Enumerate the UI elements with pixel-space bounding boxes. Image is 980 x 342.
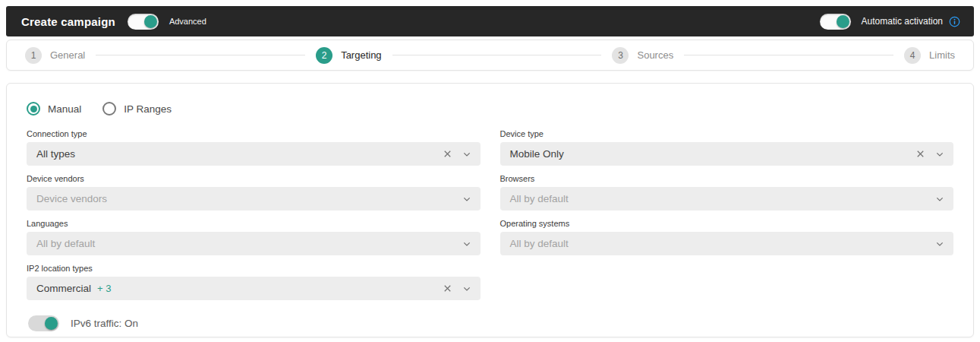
left-column: Connection type All types Device vendors… [27, 129, 481, 309]
select-icons [442, 283, 473, 295]
operating-systems-select[interactable]: All by default [500, 232, 954, 255]
select-icons [934, 193, 946, 205]
browsers-select[interactable]: All by default [500, 187, 954, 211]
targeting-form-card: Manual IP Ranges Connection type All typ… [6, 83, 974, 337]
fields-grid: Connection type All types Device vendors… [27, 129, 953, 309]
step-general[interactable]: 1 General [25, 47, 85, 64]
field-label: IP2 location types [27, 264, 481, 273]
step-label: Limits [929, 49, 955, 61]
radio-checked-icon [27, 102, 40, 116]
select-icons [442, 148, 473, 160]
placeholder-value: All by default [510, 193, 934, 204]
advanced-toggle[interactable] [128, 14, 159, 30]
placeholder-value: All by default [510, 238, 934, 249]
device-vendors-field: Device vendors Device vendors [27, 174, 481, 211]
page-title: Create campaign [21, 15, 115, 28]
step-label: Sources [637, 49, 673, 61]
header-left: Create campaign Advanced [21, 14, 206, 30]
step-targeting[interactable]: 2 Targeting [316, 47, 381, 64]
radio-unchecked-icon [102, 102, 116, 116]
radio-ip-ranges[interactable]: IP Ranges [102, 102, 172, 116]
selected-value: All types [36, 148, 442, 160]
ip2-location-types-select[interactable]: Commercial + 3 [27, 277, 481, 300]
field-label: Device type [500, 129, 954, 138]
targeting-mode-radios: Manual IP Ranges [27, 102, 953, 116]
toggle-knob [144, 15, 157, 28]
ipv6-toggle-row: IPv6 traffic: On [27, 315, 953, 331]
chevron-down-icon[interactable] [461, 193, 473, 205]
ipv6-toggle-label: IPv6 traffic: On [71, 318, 138, 329]
selected-value: Commercial [36, 283, 91, 294]
toggle-knob [45, 317, 58, 330]
step-number: 1 [25, 47, 42, 64]
select-icons [915, 148, 946, 160]
field-label: Connection type [27, 129, 481, 138]
languages-field: Languages All by default [27, 219, 481, 255]
select-icons [461, 193, 473, 205]
header-right: Automatic activation [820, 14, 960, 30]
ip2-location-types-field: IP2 location types Commercial + 3 [27, 264, 481, 300]
field-label: Operating systems [500, 219, 954, 228]
device-vendors-select[interactable]: Device vendors [27, 187, 481, 211]
radio-label: IP Ranges [124, 103, 172, 115]
header-bar: Create campaign Advanced Automatic activ… [6, 6, 974, 36]
chevron-down-icon[interactable] [461, 148, 473, 160]
clear-icon[interactable] [442, 148, 453, 160]
toggle-knob [837, 15, 849, 28]
step-label: General [50, 49, 85, 61]
step-label: Targeting [341, 49, 381, 61]
browsers-field: Browsers All by default [500, 174, 954, 211]
chevron-down-icon[interactable] [461, 283, 473, 295]
clear-icon[interactable] [442, 283, 453, 294]
step-limits[interactable]: 4 Limits [904, 47, 955, 64]
clear-icon[interactable] [915, 148, 926, 160]
step-connector [392, 55, 602, 55]
info-icon[interactable] [949, 16, 960, 27]
connection-type-select[interactable]: All types [27, 142, 481, 166]
selected-value: Mobile Only [510, 148, 915, 160]
device-type-field: Device type Mobile Only [500, 129, 954, 166]
chevron-down-icon[interactable] [934, 148, 946, 160]
placeholder-value: Device vendors [36, 193, 461, 204]
field-label: Languages [27, 219, 481, 228]
connection-type-field: Connection type All types [27, 129, 481, 166]
step-connector [684, 55, 893, 55]
chevron-down-icon[interactable] [461, 238, 473, 250]
select-icons [461, 238, 473, 250]
advanced-toggle-label: Advanced [169, 17, 206, 26]
stepper: 1 General 2 Targeting 3 Sources 4 Limits [6, 40, 974, 71]
device-type-select[interactable]: Mobile Only [500, 142, 954, 166]
step-number: 2 [316, 47, 332, 64]
select-icons [934, 238, 946, 250]
step-number: 3 [612, 47, 629, 64]
step-number: 4 [904, 47, 921, 64]
automatic-activation-toggle[interactable] [820, 14, 851, 30]
step-connector [96, 55, 305, 55]
radio-label: Manual [48, 103, 81, 115]
field-label: Device vendors [27, 174, 481, 183]
operating-systems-field: Operating systems All by default [500, 219, 954, 255]
more-selected-badge[interactable]: + 3 [97, 283, 441, 294]
ipv6-toggle[interactable] [28, 315, 59, 331]
automatic-activation-label: Automatic activation [862, 16, 943, 27]
radio-manual[interactable]: Manual [27, 102, 81, 116]
chevron-down-icon[interactable] [934, 238, 946, 250]
placeholder-value: All by default [36, 238, 461, 249]
chevron-down-icon[interactable] [934, 193, 946, 205]
field-label: Browsers [500, 174, 954, 183]
step-sources[interactable]: 3 Sources [612, 47, 673, 64]
languages-select[interactable]: All by default [27, 232, 481, 255]
right-column: Device type Mobile Only Browsers All by … [500, 129, 954, 309]
